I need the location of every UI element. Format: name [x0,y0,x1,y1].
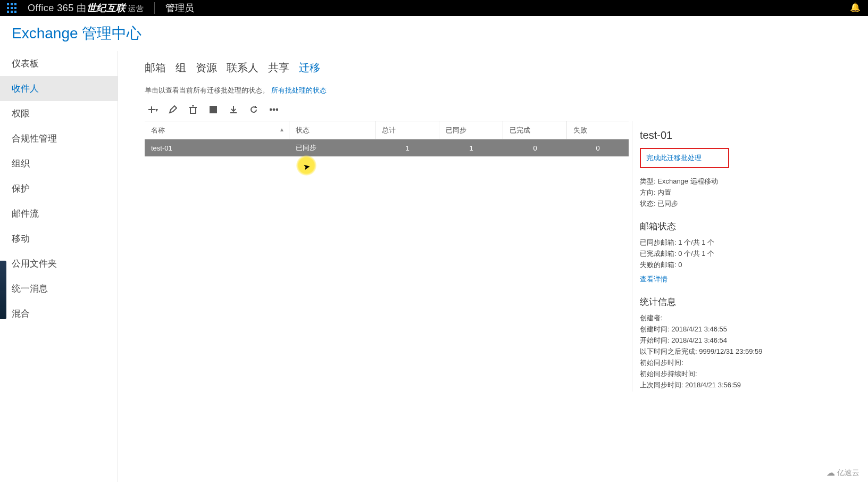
cell-status: 已同步 [289,143,375,153]
svg-rect-4 [11,7,13,9]
sidebar-item-9[interactable]: 统一消息 [0,276,118,301]
detail-type: 类型: Exchange 远程移动 [640,177,781,186]
stat-finish-after: 以下时间之后完成: 9999/12/31 23:59:59 [640,347,781,356]
svg-rect-7 [11,11,13,13]
cursor-highlight [296,155,316,176]
sidebar-item-7[interactable]: 移动 [0,226,118,251]
all-batch-status-link[interactable]: 所有批处理的状态 [271,86,327,94]
brand-suffix: 运营 [126,4,144,13]
main-content: 邮箱组资源联系人共享迁移 单击以查看当前所有迁移批处理的状态。 所有批处理的状态… [118,51,868,482]
complete-migration-box: 完成此迁移批处理 [640,148,729,168]
table-header: 名称▲ 状态 总计 已同步 已完成 失败 [145,121,629,139]
svg-rect-5 [14,7,16,9]
brand-bold: 世纪互联 [87,3,126,13]
more-button[interactable] [268,104,280,115]
table-row[interactable]: test-01 已同步 1 1 0 0 [145,139,629,156]
detail-title: test-01 [640,129,781,142]
sidebar-item-2[interactable]: 权限 [0,101,118,126]
col-synced[interactable]: 已同步 [439,121,503,139]
cell-total: 1 [375,144,439,152]
sidebar-item-10[interactable]: 混合 [0,301,118,326]
tab-1[interactable]: 组 [176,61,186,75]
stat-init-sync-dur: 初始同步持续时间: [640,369,781,379]
sidebar: 仪表板收件人权限合规性管理组织保护邮件流移动公用文件夹统一消息混合 [0,51,118,482]
col-name-label: 名称 [151,126,165,135]
toolbar: ▾ [145,104,868,115]
cell-failed: 0 [567,144,629,152]
hint-text: 单击以查看当前所有迁移批处理的状态。 所有批处理的状态 [145,86,868,95]
page-title: Exchange 管理中心 [0,16,868,51]
svg-point-17 [270,109,272,111]
stop-button[interactable] [207,104,219,115]
sort-asc-icon: ▲ [279,127,285,132]
sidebar-item-5[interactable]: 保护 [0,176,118,201]
sidebar-item-0[interactable]: 仪表板 [0,51,118,76]
tab-4[interactable]: 共享 [268,61,289,75]
mb-done: 已完成邮箱: 0 个/共 1 个 [640,249,781,259]
stat-init-sync: 初始同步时间: [640,358,781,368]
cursor-arrow-icon: ➤ [302,161,311,172]
topbar-divider [154,2,155,14]
col-total[interactable]: 总计 [375,121,439,139]
stat-last-sync: 上次同步时间: 2018/4/21 3:56:59 [640,380,781,390]
complete-migration-link[interactable]: 完成此迁移批处理 [646,154,702,162]
col-done[interactable]: 已完成 [503,121,567,139]
sidebar-item-1[interactable]: 收件人 [0,76,118,101]
admin-label[interactable]: 管理员 [165,2,194,14]
col-status[interactable]: 状态 [289,121,375,139]
watermark-text: 亿速云 [837,468,859,478]
stat-created: 创建时间: 2018/4/21 3:46:55 [640,325,781,334]
col-failed[interactable]: 失败 [567,126,629,135]
mailbox-status-heading: 邮箱状态 [640,220,781,232]
cell-synced: 1 [439,144,503,152]
svg-rect-0 [7,3,9,5]
svg-rect-6 [7,11,9,13]
svg-rect-8 [14,11,16,13]
delete-button[interactable] [187,104,199,115]
tab-5[interactable]: 迁移 [299,61,320,75]
svg-rect-1 [11,3,13,5]
svg-rect-2 [14,3,16,5]
mb-synced: 已同步邮箱: 1 个/共 1 个 [640,238,781,247]
tab-0[interactable]: 邮箱 [145,61,166,75]
notification-bell-icon[interactable]: 🔔 [850,2,861,12]
sidebar-item-4[interactable]: 组织 [0,151,118,176]
stat-started: 开始时间: 2018/4/21 3:46:54 [640,336,781,345]
sidebar-item-8[interactable]: 公用文件夹 [0,251,118,276]
refresh-button[interactable] [248,104,260,115]
detail-direction: 方向: 内置 [640,188,781,197]
brand-text: Office 365 由世纪互联 运营 [28,2,144,14]
migration-table: 名称▲ 状态 总计 已同步 已完成 失败 test-01 已同步 1 1 [145,121,629,392]
col-name[interactable]: 名称▲ [145,121,289,139]
top-bar: Office 365 由世纪互联 运营 管理员 🔔 [0,0,868,16]
mb-failed: 失败的邮箱: 0 [640,260,781,270]
add-button[interactable]: ▾ [147,104,158,115]
svg-point-19 [277,109,278,111]
sidebar-item-3[interactable]: 合规性管理 [0,126,118,151]
download-button[interactable] [228,104,239,115]
left-edge-tab[interactable] [0,261,6,319]
app-launcher-icon[interactable] [4,1,19,15]
tab-strip: 邮箱组资源联系人共享迁移 [145,56,868,86]
watermark: ☁ 亿速云 [827,468,859,478]
hint-prefix: 单击以查看当前所有迁移批处理的状态。 [145,86,269,94]
brand-prefix: Office 365 由 [28,3,87,13]
detail-status: 状态: 已同步 [640,199,781,209]
cell-done: 0 [503,144,567,152]
tab-2[interactable]: 资源 [196,61,217,75]
svg-point-18 [273,109,275,111]
tab-3[interactable]: 联系人 [227,61,258,75]
stat-creator: 创建者: [640,313,781,323]
svg-rect-11 [190,107,196,113]
view-details-link[interactable]: 查看详情 [640,275,667,284]
cell-name: test-01 [145,144,289,152]
edit-button[interactable] [167,104,179,115]
svg-rect-14 [210,106,216,113]
sidebar-item-6[interactable]: 邮件流 [0,201,118,226]
svg-rect-3 [7,7,9,9]
stats-heading: 统计信息 [640,296,781,308]
watermark-icon: ☁ [827,468,835,478]
detail-panel: test-01 完成此迁移批处理 类型: Exchange 远程移动 方向: 内… [632,121,781,392]
